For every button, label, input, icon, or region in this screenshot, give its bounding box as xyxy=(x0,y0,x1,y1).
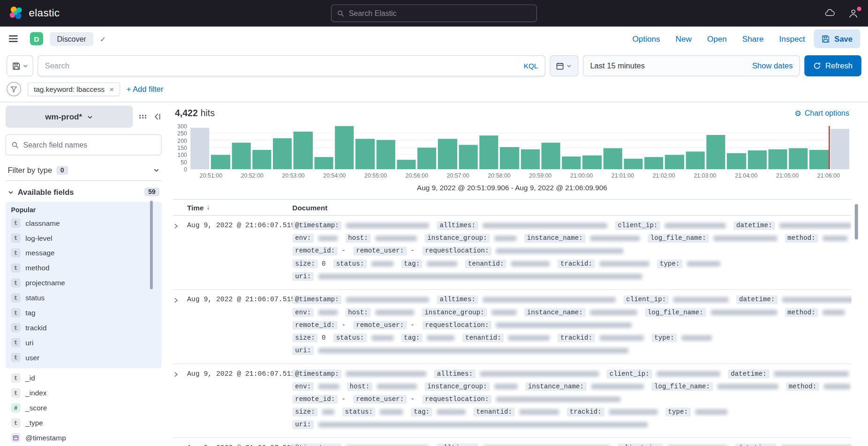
histogram-bar[interactable] xyxy=(686,151,704,169)
user-avatar[interactable] xyxy=(847,7,859,19)
add-filter-button[interactable]: + Add filter xyxy=(127,85,164,94)
expand-row-button[interactable] xyxy=(173,369,187,432)
field-item-status[interactable]: tstatus xyxy=(6,290,162,305)
histogram-bar[interactable] xyxy=(314,157,333,169)
field-item-log-level[interactable]: tlog-level xyxy=(6,230,162,245)
available-fields-label: Available fields xyxy=(18,187,74,196)
histogram-bar[interactable] xyxy=(273,138,292,169)
field-value: - xyxy=(341,247,346,255)
field-name-badge: method: xyxy=(785,234,818,243)
field-item-_score[interactable]: #_score xyxy=(6,401,162,416)
histogram-bar[interactable] xyxy=(727,153,746,169)
histogram-bar[interactable] xyxy=(644,157,663,169)
scrollbar-thumb[interactable] xyxy=(855,204,858,240)
nav-action-open[interactable]: Open xyxy=(707,34,727,43)
nav-action-inspect[interactable]: Inspect xyxy=(779,34,805,43)
saved-query-menu-button[interactable] xyxy=(7,55,33,76)
global-search[interactable] xyxy=(331,4,537,22)
histogram-bar[interactable] xyxy=(397,160,415,169)
filter-pill[interactable]: tag.keyword: lbaccess × xyxy=(28,82,120,96)
histogram-bar[interactable] xyxy=(190,127,209,169)
histogram-bar[interactable] xyxy=(830,129,849,169)
histogram-bar[interactable] xyxy=(582,156,601,169)
histogram-bar[interactable] xyxy=(768,149,787,169)
filter-menu-icon[interactable] xyxy=(7,82,21,97)
time-range-value[interactable]: Last 15 minutes xyxy=(590,61,645,70)
global-search-input[interactable] xyxy=(349,9,531,17)
document-field: client_ip: xyxy=(618,444,727,446)
field-value: - xyxy=(411,247,415,255)
filter-by-type[interactable]: Filter by type 0 xyxy=(6,160,162,181)
field-item-_id[interactable]: t_id xyxy=(6,371,162,386)
brand[interactable]: elastic xyxy=(9,6,60,21)
field-settings-icon[interactable] xyxy=(138,112,147,121)
nav-action-options[interactable]: Options xyxy=(633,34,660,43)
histogram-bar[interactable] xyxy=(562,156,581,170)
breadcrumb[interactable]: Discover xyxy=(50,32,93,46)
show-dates-button[interactable]: Show dates xyxy=(752,61,793,70)
field-item-classname[interactable]: tclassname xyxy=(6,216,162,230)
scrollbar-thumb[interactable] xyxy=(150,201,153,290)
histogram-bar[interactable] xyxy=(376,140,395,169)
discover-app-icon[interactable]: D xyxy=(30,32,43,45)
field-item-_type[interactable]: t_type xyxy=(6,416,162,431)
query-input[interactable] xyxy=(45,61,520,70)
histogram-bar[interactable] xyxy=(438,139,457,169)
histogram-bar[interactable] xyxy=(541,142,560,169)
histogram-bar[interactable] xyxy=(417,148,436,169)
field-search-box[interactable] xyxy=(6,134,162,156)
histogram-bar[interactable] xyxy=(355,139,374,169)
histogram-bar[interactable] xyxy=(211,155,230,170)
menu-icon[interactable] xyxy=(8,33,19,45)
sort-desc-icon[interactable]: ↓ xyxy=(206,203,210,211)
filter-by-type-count: 0 xyxy=(57,166,68,175)
histogram-bar[interactable] xyxy=(294,132,312,169)
histogram-bar[interactable] xyxy=(603,149,622,169)
histogram-bars[interactable] xyxy=(190,126,849,169)
time-column-header[interactable]: Time xyxy=(187,203,204,212)
expand-row-button[interactable] xyxy=(173,295,187,358)
refresh-button[interactable]: Refresh xyxy=(804,55,861,76)
histogram-bar[interactable] xyxy=(706,135,725,170)
check-icon[interactable]: ✓ xyxy=(100,35,106,43)
datepicker-button[interactable] xyxy=(550,55,578,76)
query-input-box[interactable]: KQL xyxy=(38,55,545,76)
available-fields-header[interactable]: Available fields 59 xyxy=(6,181,162,201)
histogram-bar[interactable] xyxy=(500,147,519,170)
histogram-bar[interactable] xyxy=(624,158,642,169)
chart-options-button[interactable]: ⚙ Chart options xyxy=(794,109,849,118)
histogram-bar[interactable] xyxy=(232,142,250,169)
field-item-trackid[interactable]: ttrackid xyxy=(6,320,162,335)
collapse-sidebar-icon[interactable] xyxy=(153,112,162,121)
field-item-@timestamp[interactable]: @timestamp xyxy=(6,430,162,445)
histogram-bar[interactable] xyxy=(747,150,766,169)
histogram-bar[interactable] xyxy=(252,150,271,169)
nav-action-share[interactable]: Share xyxy=(742,34,764,43)
field-item-uri[interactable]: turi xyxy=(6,335,162,350)
expand-row-button[interactable] xyxy=(173,443,187,446)
histogram-bar[interactable] xyxy=(459,145,477,169)
close-icon[interactable]: × xyxy=(110,85,114,93)
histogram-bar[interactable] xyxy=(665,155,684,170)
nav-action-new[interactable]: New xyxy=(676,34,692,43)
histogram-bar[interactable] xyxy=(479,135,498,169)
elastic-logo-icon[interactable] xyxy=(9,6,23,21)
histogram-bar[interactable] xyxy=(521,149,539,169)
save-button[interactable]: Save xyxy=(814,30,860,48)
field-item-projectname[interactable]: tprojectname xyxy=(6,275,162,290)
cloud-icon[interactable] xyxy=(824,8,836,19)
kql-button[interactable]: KQL xyxy=(519,62,538,70)
field-item-tag[interactable]: ttag xyxy=(6,305,162,320)
field-search-input[interactable] xyxy=(23,141,156,149)
expand-row-button[interactable] xyxy=(173,221,187,284)
histogram-bar[interactable] xyxy=(789,149,808,169)
field-item-method[interactable]: tmethod xyxy=(6,260,162,275)
index-pattern-picker[interactable]: wm-prod* xyxy=(6,105,133,127)
text-type-icon: t xyxy=(11,263,21,273)
histogram-bar[interactable] xyxy=(809,150,828,169)
time-range-picker[interactable]: Last 15 minutes Show dates xyxy=(583,55,800,76)
field-item-user[interactable]: tuser xyxy=(6,350,162,365)
field-item-_index[interactable]: t_index xyxy=(6,386,162,401)
field-item-message[interactable]: tmessage xyxy=(6,245,162,260)
histogram-bar[interactable] xyxy=(335,126,354,169)
